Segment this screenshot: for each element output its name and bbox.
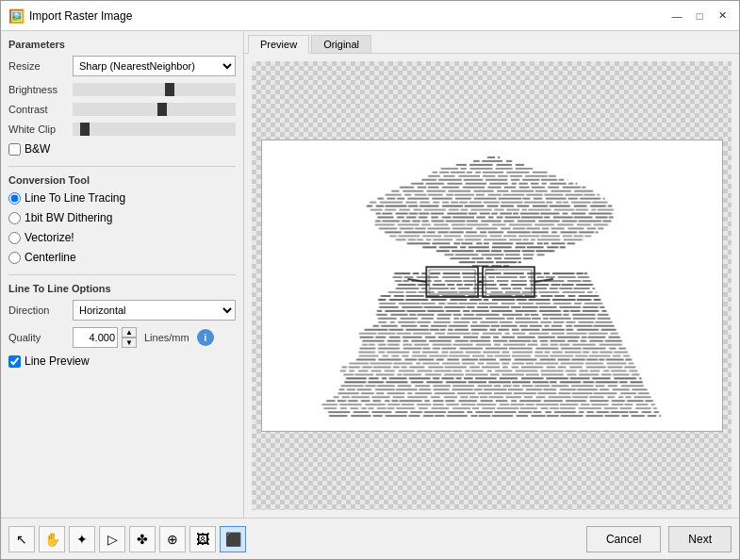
maximize-button[interactable]: □ bbox=[690, 7, 709, 25]
radio-centerline-label: Centerline bbox=[25, 251, 76, 264]
line-preview-label: Line Preview bbox=[25, 354, 90, 368]
title-bar: 🖼️ Import Raster Image — □ ✕ bbox=[1, 1, 739, 31]
radio-line-tracing-label: Line To Line Tracing bbox=[25, 191, 125, 205]
resize-select[interactable]: Sharp (NearestNeighbor) Smooth (Bilinear… bbox=[73, 56, 236, 76]
quality-row: Quality ▲ ▼ Lines/mm i bbox=[8, 327, 236, 348]
title-controls: — □ ✕ bbox=[667, 7, 732, 25]
radio-1bit-input[interactable] bbox=[8, 212, 21, 224]
active-tool-button[interactable]: ⬛ bbox=[220, 526, 246, 552]
contrast-slider[interactable] bbox=[73, 103, 236, 116]
white-clip-row: White Clip bbox=[8, 123, 236, 136]
radio-centerline: Centerline bbox=[8, 251, 236, 264]
radio-1bit-dithering: 1bit BW Dithering bbox=[8, 211, 236, 224]
title-bar-left: 🖼️ Import Raster Image bbox=[8, 8, 132, 24]
direction-row: Direction Horizontal Vertical Diagonal bbox=[8, 300, 236, 321]
drag-tool-button[interactable]: ✦ bbox=[69, 526, 95, 552]
close-button[interactable]: ✕ bbox=[713, 7, 732, 25]
white-clip-label: White Clip bbox=[8, 124, 73, 135]
contrast-label: Contrast bbox=[8, 104, 73, 115]
line-preview-row: Line Preview bbox=[8, 354, 236, 368]
preview-canvas bbox=[262, 140, 722, 431]
radio-vectorize-label: Vectorize! bbox=[25, 231, 74, 244]
contrast-row: Contrast bbox=[8, 103, 236, 116]
radio-vectorize: Vectorize! bbox=[8, 231, 236, 244]
star-tool-button[interactable]: ✤ bbox=[129, 526, 156, 552]
brightness-slider-container bbox=[73, 83, 236, 96]
bw-row: B&W bbox=[8, 142, 236, 156]
tab-bar: Preview Original bbox=[244, 31, 739, 54]
image-preview bbox=[261, 140, 723, 432]
info-icon[interactable]: i bbox=[197, 329, 214, 346]
parameters-label: Parameters bbox=[8, 39, 236, 50]
window-title: Import Raster Image bbox=[29, 9, 132, 23]
direction-select[interactable]: Horizontal Vertical Diagonal bbox=[73, 300, 236, 321]
brightness-row: Brightness bbox=[8, 83, 236, 96]
checkerboard-background bbox=[252, 61, 732, 510]
brightness-label: Brightness bbox=[8, 84, 73, 95]
quality-label: Quality bbox=[8, 332, 73, 343]
direction-label: Direction bbox=[8, 305, 73, 316]
select-tool-button[interactable]: ▷ bbox=[99, 526, 125, 552]
conversion-tool-label: Conversion Tool bbox=[8, 174, 236, 186]
quality-input[interactable] bbox=[73, 327, 118, 348]
right-panel: Preview Original bbox=[244, 31, 739, 518]
arrow-tool-button[interactable]: ↖ bbox=[8, 526, 35, 552]
white-clip-slider-container bbox=[73, 123, 236, 136]
raster-tool-button[interactable]: 🖼 bbox=[189, 526, 216, 552]
unit-label: Lines/mm bbox=[144, 332, 189, 343]
quality-spinbox: ▲ ▼ Lines/mm i bbox=[73, 327, 214, 348]
quality-up-arrow[interactable]: ▲ bbox=[122, 327, 137, 338]
toolbar-icons: ↖ ✋ ✦ ▷ ✤ ⊕ 🖼 ⬛ bbox=[8, 526, 246, 552]
radio-centerline-input[interactable] bbox=[8, 252, 21, 264]
crosshair-tool-button[interactable]: ⊕ bbox=[159, 526, 186, 552]
contrast-slider-container bbox=[73, 103, 236, 116]
window-icon: 🖼️ bbox=[8, 8, 24, 24]
line-to-line-label: Line To Line Options bbox=[8, 283, 236, 294]
cancel-button[interactable]: Cancel bbox=[586, 526, 661, 552]
tab-preview[interactable]: Preview bbox=[248, 35, 309, 54]
minimize-button[interactable]: — bbox=[667, 7, 686, 25]
brightness-slider[interactable] bbox=[73, 83, 236, 96]
white-clip-slider[interactable] bbox=[73, 123, 236, 136]
bottom-bar: ↖ ✋ ✦ ▷ ✤ ⊕ 🖼 ⬛ Cancel Next bbox=[1, 518, 739, 559]
bw-label: B&W bbox=[25, 142, 50, 156]
tab-original[interactable]: Original bbox=[311, 35, 371, 53]
resize-row: Resize Sharp (NearestNeighbor) Smooth (B… bbox=[8, 56, 236, 76]
hand-tool-button[interactable]: ✋ bbox=[39, 526, 65, 552]
divider-1 bbox=[8, 166, 236, 167]
radio-1bit-label: 1bit BW Dithering bbox=[25, 211, 112, 224]
radio-line-tracing: Line To Line Tracing bbox=[8, 191, 236, 205]
line-preview-checkbox[interactable] bbox=[8, 355, 21, 368]
next-button[interactable]: Next bbox=[668, 526, 732, 552]
bottom-buttons: Cancel Next bbox=[586, 526, 732, 552]
radio-line-tracing-input[interactable] bbox=[8, 192, 21, 205]
radio-vectorize-input[interactable] bbox=[8, 232, 21, 244]
bw-checkbox[interactable] bbox=[8, 143, 21, 156]
divider-2 bbox=[8, 274, 236, 275]
resize-label: Resize bbox=[8, 60, 73, 72]
main-content: Parameters Resize Sharp (NearestNeighbor… bbox=[1, 31, 739, 518]
quality-down-arrow[interactable]: ▼ bbox=[122, 338, 137, 348]
preview-area bbox=[244, 54, 739, 518]
main-window: 🖼️ Import Raster Image — □ ✕ Parameters … bbox=[0, 0, 740, 560]
left-panel: Parameters Resize Sharp (NearestNeighbor… bbox=[1, 31, 244, 518]
quality-arrows: ▲ ▼ bbox=[122, 327, 137, 348]
